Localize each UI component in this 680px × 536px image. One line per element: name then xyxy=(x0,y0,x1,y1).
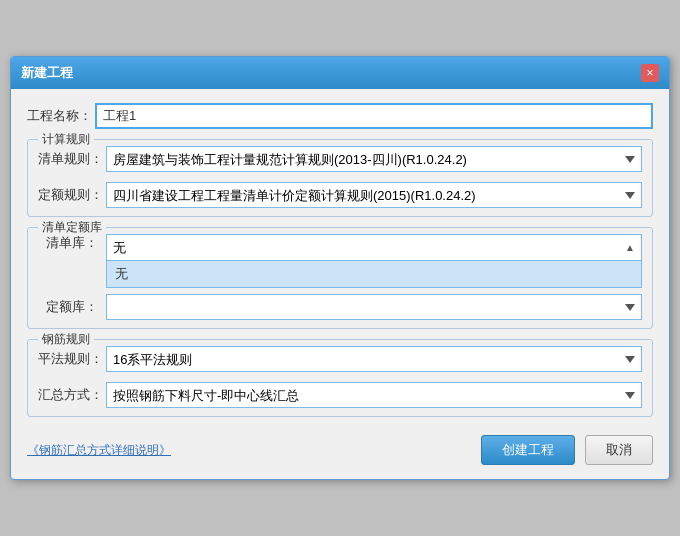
dialog-body: 工程名称： 计算规则 清单规则： 房屋建筑与装饰工程计量规范计算规则(2013-… xyxy=(11,89,669,479)
cancel-button[interactable]: 取消 xyxy=(585,435,653,465)
pingfa-rule-label: 平法规则： xyxy=(38,350,106,368)
qingdan-library-row: 清单库： 无 ▲ 无 xyxy=(38,234,642,260)
dinge-library-select[interactable] xyxy=(106,294,642,320)
create-project-button[interactable]: 创建工程 xyxy=(481,435,575,465)
new-project-dialog: 新建工程 × 工程名称： 计算规则 清单规则： 房屋建筑与装饰工程计量规范计算规… xyxy=(10,56,670,480)
huizong-select[interactable]: 按照钢筋下料尺寸-即中心线汇总 xyxy=(106,382,642,408)
footer-row: 《钢筋汇总方式详细说明》 创建工程 取消 xyxy=(27,429,653,465)
dinge-library-row: 定额库： xyxy=(38,294,642,320)
calc-rules-legend: 计算规则 xyxy=(38,131,94,148)
close-button[interactable]: × xyxy=(641,64,659,82)
rebar-rules-section: 钢筋规则 平法规则： 16系平法规则 汇总方式： 按照钢筋下料尺寸-即中心线汇总 xyxy=(27,339,653,417)
quota-library-legend: 清单定额库 xyxy=(38,219,106,236)
quota-library-section: 清单定额库 清单库： 无 ▲ 无 定额库： xyxy=(27,227,653,329)
rebar-detail-link[interactable]: 《钢筋汇总方式详细说明》 xyxy=(27,442,171,459)
pingfa-rule-row: 平法规则： 16系平法规则 xyxy=(38,346,642,372)
qingdan-rule-select[interactable]: 房屋建筑与装饰工程计量规范计算规则(2013-四川)(R1.0.24.2) xyxy=(106,146,642,172)
title-bar: 新建工程 × xyxy=(11,57,669,89)
calc-rules-section: 计算规则 清单规则： 房屋建筑与装饰工程计量规范计算规则(2013-四川)(R1… xyxy=(27,139,653,217)
project-name-label: 工程名称： xyxy=(27,107,95,125)
footer-buttons: 创建工程 取消 xyxy=(481,435,653,465)
qingdan-rule-row: 清单规则： 房屋建筑与装饰工程计量规范计算规则(2013-四川)(R1.0.24… xyxy=(38,146,642,172)
qingdan-library-value: 无 xyxy=(113,239,126,257)
dinge-rule-select[interactable]: 四川省建设工程工程量清单计价定额计算规则(2015)(R1.0.24.2) xyxy=(106,182,642,208)
dropdown-arrow-icon: ▲ xyxy=(625,242,635,253)
huizong-row: 汇总方式： 按照钢筋下料尺寸-即中心线汇总 xyxy=(38,382,642,408)
dialog-title: 新建工程 xyxy=(21,64,73,82)
qingdan-library-option-none[interactable]: 无 xyxy=(107,261,641,287)
qingdan-library-label: 清单库： xyxy=(38,234,106,252)
pingfa-rule-select[interactable]: 16系平法规则 xyxy=(106,346,642,372)
huizong-label: 汇总方式： xyxy=(38,386,106,404)
dinge-rule-row: 定额规则： 四川省建设工程工程量清单计价定额计算规则(2015)(R1.0.24… xyxy=(38,182,642,208)
rebar-rules-legend: 钢筋规则 xyxy=(38,331,94,348)
project-name-input[interactable] xyxy=(95,103,653,129)
qingdan-rule-label: 清单规则： xyxy=(38,150,106,168)
dinge-library-label: 定额库： xyxy=(38,294,106,316)
qingdan-library-dropdown[interactable]: 无 ▲ 无 xyxy=(106,234,642,260)
qingdan-library-field[interactable]: 无 ▲ xyxy=(106,234,642,260)
dinge-rule-label: 定额规则： xyxy=(38,186,106,204)
project-name-row: 工程名称： xyxy=(27,103,653,129)
qingdan-library-dropdown-list: 无 xyxy=(106,260,642,288)
